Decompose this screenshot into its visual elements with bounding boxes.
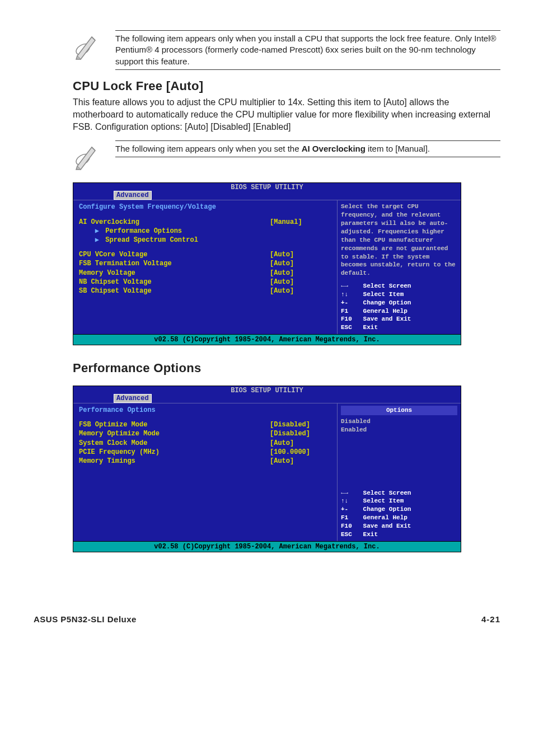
bios-footer: v02.58 (C)Copyright 1985-2004, American …	[73, 334, 461, 345]
heading-performance-options: Performance Options	[73, 360, 500, 377]
bios-item[interactable]: SB Chipset Voltage[Auto]	[79, 287, 331, 295]
body-cpu-lock-free: This feature allows you to adjust the CP…	[73, 96, 500, 133]
heading-cpu-lock-free: CPU Lock Free [Auto]	[73, 78, 500, 95]
bios-tab-advanced[interactable]: Advanced	[114, 191, 152, 200]
bios-nav-hint: ↑↓ Select Item	[341, 497, 457, 505]
pencil-icon	[73, 30, 101, 63]
bios-item[interactable]: FSB Termination Voltage[Auto]	[79, 259, 331, 268]
bios-right-pane: Select the target CPU frequency, and the…	[338, 200, 461, 334]
bios-nav-hint: F1 General Help	[341, 514, 457, 522]
bios-item[interactable]: PCIE Frequency (MHz)[100.0000]	[79, 448, 331, 457]
bios-screenshot: BIOS SETUP UTILITY Advanced Configure Sy…	[73, 182, 461, 345]
bios-tab-advanced[interactable]: Advanced	[114, 394, 152, 403]
bios-help-text: Select the target CPU frequency, and the…	[341, 203, 457, 278]
bios-nav-hint: ←→ Select Screen	[341, 282, 457, 290]
bios-nav-hint: ESC Exit	[341, 323, 457, 332]
note-text: The following item appears only when you…	[115, 140, 500, 157]
bios-nav-hint: +- Change Option	[341, 505, 457, 514]
options-header: Options	[341, 406, 457, 415]
bios-nav-hint: ←→ Select Screen	[341, 489, 457, 497]
bios-left-pane: Performance Options FSB Optimize Mode[Di…	[73, 403, 338, 541]
page-footer: ASUS P5N32-SLI Deluxe 4-21	[34, 614, 500, 625]
bios-item[interactable]: FSB Optimize Mode[Disabled]	[79, 420, 331, 429]
info-note: The following item appears only when you…	[73, 140, 500, 173]
bios-item[interactable]: ▶ Performance Options	[79, 227, 331, 236]
bios-item[interactable]: NB Chipset Voltage[Auto]	[79, 278, 331, 287]
bios-left-pane: Configure System Frequency/Voltage AI Ov…	[73, 200, 338, 334]
bios-item[interactable]: Memory Voltage[Auto]	[79, 269, 331, 278]
bios-item[interactable]: ▶ Spread Spectrum Control	[79, 236, 331, 245]
bios-footer: v02.58 (C)Copyright 1985-2004, American …	[73, 541, 461, 552]
bios-nav-hint: F10 Save and Exit	[341, 315, 457, 323]
bios-option[interactable]: Disabled	[341, 417, 457, 426]
pencil-icon	[73, 140, 101, 173]
bios-screenshot: BIOS SETUP UTILITY Advanced Performance …	[73, 386, 461, 552]
footer-page-num: 4-21	[481, 614, 500, 625]
bios-nav-hint: F1 General Help	[341, 307, 457, 316]
bios-item[interactable]: Memory Timings[Auto]	[79, 457, 331, 466]
bios-option[interactable]: Enabled	[341, 426, 457, 434]
note-text: The following item appears only when you…	[115, 30, 500, 70]
footer-product: ASUS P5N32-SLI Deluxe	[34, 614, 137, 625]
bios-right-pane: Options DisabledEnabled ←→ Select Screen…	[338, 403, 461, 541]
bios-nav-hint: ↑↓ Select Item	[341, 290, 457, 299]
bios-nav-hint: +- Change Option	[341, 299, 457, 307]
info-note: The following item appears only when you…	[73, 30, 500, 70]
bios-item[interactable]: AI Overclocking[Manual]	[79, 218, 331, 227]
bios-item[interactable]: System Clock Mode[Auto]	[79, 439, 331, 448]
bios-item[interactable]: Memory Optimize Mode[Disabled]	[79, 429, 331, 438]
bios-nav-hint: F10 Save and Exit	[341, 522, 457, 530]
bios-item[interactable]: CPU VCore Voltage[Auto]	[79, 250, 331, 259]
bios-nav-hint: ESC Exit	[341, 530, 457, 539]
